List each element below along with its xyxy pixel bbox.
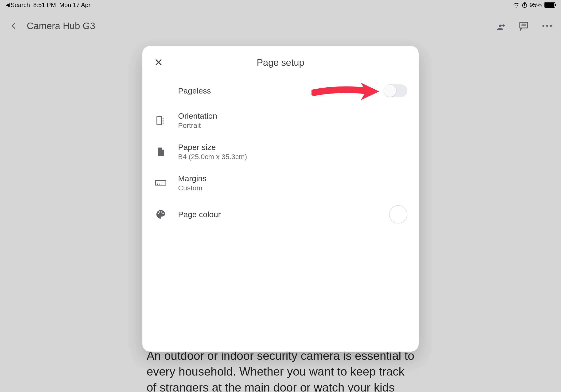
svg-rect-5	[157, 116, 162, 125]
orientation-icon	[154, 113, 168, 128]
orientation-label: Orientation	[178, 111, 407, 120]
page-setup-modal: Page setup Pageless Orientation Portrait	[142, 46, 419, 352]
margins-label: Margins	[178, 174, 407, 183]
orientation-value: Portrait	[178, 121, 407, 130]
paper-size-value: B4 (25.0cm x 35.3cm)	[178, 153, 407, 161]
setting-page-colour[interactable]: Page colour	[142, 199, 419, 230]
modal-header: Page setup	[142, 55, 419, 70]
paper-size-label: Paper size	[178, 143, 407, 152]
page-colour-swatch[interactable]	[389, 205, 407, 224]
margins-value: Custom	[178, 184, 407, 192]
palette-icon	[154, 207, 168, 221]
pageless-label: Pageless	[178, 86, 384, 95]
paper-icon	[154, 145, 168, 159]
setting-orientation[interactable]: Orientation Portrait	[142, 105, 419, 136]
setting-paper-size[interactable]: Paper size B4 (25.0cm x 35.3cm)	[142, 136, 419, 167]
svg-rect-6	[155, 181, 166, 185]
pageless-toggle[interactable]	[384, 84, 407, 97]
modal-overlay: Page setup Pageless Orientation Portrait	[0, 0, 561, 392]
margins-icon	[154, 176, 168, 190]
page-colour-label: Page colour	[178, 210, 389, 219]
modal-title: Page setup	[257, 57, 304, 68]
setting-pageless[interactable]: Pageless	[142, 76, 419, 105]
close-button[interactable]	[153, 56, 164, 68]
setting-margins[interactable]: Margins Custom	[142, 167, 419, 199]
